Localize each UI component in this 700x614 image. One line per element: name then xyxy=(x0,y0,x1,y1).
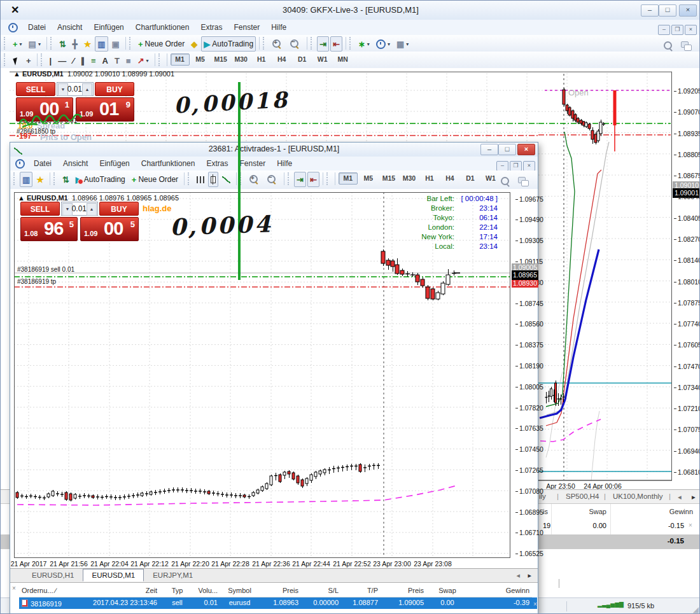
toolbar-grip[interactable] xyxy=(129,37,133,50)
toolbar-grip[interactable] xyxy=(263,37,267,50)
inner-mdi-minimize-icon[interactable]: – xyxy=(496,161,508,171)
autotrading-button[interactable]: ▶AutoTrading xyxy=(201,36,256,52)
timeframe-d1[interactable]: D1 xyxy=(461,172,480,185)
terminal-column-ordernu-[interactable]: Ordernu... ∕ xyxy=(19,585,79,596)
timeframe-m15[interactable]: M15 xyxy=(211,53,230,66)
inner-mdi-restore-icon[interactable]: ❐ xyxy=(510,161,522,171)
terminal-column-typ[interactable]: Typ xyxy=(160,585,195,596)
toolbar-grip[interactable] xyxy=(288,172,291,185)
templates-button[interactable]: ▦▾ xyxy=(394,36,411,52)
toolbar-grip[interactable] xyxy=(4,53,8,66)
timeframe-m1[interactable]: M1 xyxy=(171,53,190,66)
label-button[interactable]: T xyxy=(112,53,122,68)
timeframe-m30[interactable]: M30 xyxy=(232,53,251,66)
outer-menu-item-ansicht[interactable]: Ansicht xyxy=(52,20,88,34)
terminal-column-s-l[interactable]: S/L xyxy=(301,585,341,596)
tab-scroll-left-icon[interactable]: ◂ xyxy=(678,492,682,501)
timeframe-h4[interactable]: H4 xyxy=(272,53,291,66)
chevron-down-icon[interactable]: ▾ xyxy=(38,41,41,47)
close-position-icon[interactable]: × xyxy=(532,601,537,608)
chart-tab-eurusd-m1[interactable]: EURUSD,M1 xyxy=(83,569,144,582)
outer-terminal-header-preis[interactable]: is xyxy=(543,508,548,515)
timeframe-m5[interactable]: M5 xyxy=(359,172,378,185)
navigator-button[interactable]: ★ xyxy=(34,172,46,187)
tab-scroll-right-icon[interactable]: ▸ xyxy=(528,571,531,580)
toolbar-grip[interactable] xyxy=(41,53,45,66)
outer-lot-spinner[interactable]: ▼ 0.01 ▲ xyxy=(57,82,94,96)
autoscroll-button[interactable]: ⇥ xyxy=(294,172,306,187)
inner-sell-button[interactable]: SELL xyxy=(20,202,60,216)
zoom-out-button[interactable] xyxy=(287,36,304,52)
profiles-button[interactable]: ▤▾ xyxy=(26,36,43,52)
timeframe-d1[interactable]: D1 xyxy=(293,53,312,66)
chart-tab-eurjpy-m1[interactable]: EURJPY,M1 xyxy=(144,569,202,582)
outer-sell-button[interactable]: SELL xyxy=(16,82,55,96)
vertical-line-button[interactable]: | xyxy=(47,53,55,68)
autoscroll-button[interactable]: ⇥ xyxy=(317,36,329,52)
timeframe-m5[interactable]: M5 xyxy=(191,53,210,66)
inner-menu-item-einf-gen[interactable]: Einfügen xyxy=(94,157,135,171)
metaeditor-button[interactable]: ◆ xyxy=(188,36,200,52)
toolbar-grip[interactable] xyxy=(4,37,8,50)
shapes-button[interactable]: ■ xyxy=(123,53,134,68)
bars-button[interactable] xyxy=(194,172,207,187)
outer-tab-uk100[interactable]: UK100,Monthly xyxy=(613,492,663,500)
close-position-icon[interactable]: × xyxy=(689,522,692,529)
mdi-minimize-icon[interactable]: – xyxy=(658,25,670,35)
outer-terminal-header-swap[interactable]: Swap xyxy=(573,508,606,515)
timeframe-h1[interactable]: H1 xyxy=(252,53,271,66)
mdi-close-icon[interactable]: × xyxy=(685,25,697,35)
timeframe-m30[interactable]: M30 xyxy=(400,172,419,185)
terminal-column-preis[interactable]: Preis xyxy=(381,585,426,596)
outer-menu-item-extras[interactable]: Extras xyxy=(195,20,228,34)
toolbar-grip[interactable] xyxy=(53,172,57,185)
data-window-button[interactable]: ╋ xyxy=(70,36,80,52)
inner-menu-item-extras[interactable]: Extras xyxy=(200,157,234,171)
cursor-button[interactable] xyxy=(10,53,22,68)
timeframe-m1[interactable]: M1 xyxy=(339,172,358,185)
horizontal-line-button[interactable]: — xyxy=(55,53,69,68)
channel-button[interactable]: ∥ xyxy=(78,53,87,68)
terminal-button[interactable]: ▥ xyxy=(95,36,108,52)
terminal-close-icon[interactable]: × xyxy=(12,585,16,592)
inner-price-axis[interactable]: 1.096751.094901.093051.091151.089301.087… xyxy=(515,189,538,564)
inner-menu-item-ansicht[interactable]: Ansicht xyxy=(57,157,94,171)
chevron-down-icon[interactable]: ▾ xyxy=(406,41,409,47)
terminal-column-symbol[interactable]: Symbol xyxy=(220,585,259,596)
inner-close-button[interactable]: × xyxy=(517,144,535,155)
new-chart-button[interactable]: +▾ xyxy=(10,36,25,52)
inner-sell-price[interactable]: 1.08 96 5 xyxy=(20,217,78,241)
outer-close-button[interactable]: × xyxy=(679,4,697,17)
outer-tab-sp500[interactable]: SP500,H4 xyxy=(566,492,599,500)
inner-mdi-close-icon[interactable]: × xyxy=(523,161,535,171)
inner-menu-item-hilfe[interactable]: Hilfe xyxy=(271,157,298,171)
lot-increase-icon[interactable]: ▲ xyxy=(82,83,92,96)
inner-time-axis[interactable]: 21 Apr 201721 Apr 21:5621 Apr 22:0421 Ap… xyxy=(10,560,538,568)
chart-shift-button[interactable]: ⇤ xyxy=(307,172,319,187)
resize-grip-icon[interactable]: ◢ xyxy=(693,605,699,614)
outer-menu-item-fenster[interactable]: Fenster xyxy=(228,20,266,34)
outer-price-axis[interactable]: 1.092051.090701.089351.088051.086751.085… xyxy=(675,69,700,483)
arrows-button[interactable]: ↗▾ xyxy=(135,53,151,68)
indicators-button[interactable]: ∗▾ xyxy=(356,36,372,52)
zoom-out-button[interactable] xyxy=(264,172,281,187)
toolbar-grip[interactable] xyxy=(349,37,353,50)
crosshair-button[interactable]: + xyxy=(24,53,34,68)
terminal-column-gewinn[interactable]: Gewinn xyxy=(468,585,532,596)
candles-button[interactable] xyxy=(208,172,218,187)
neue-order-button[interactable]: +Neue Order xyxy=(129,172,181,187)
fibonacci-button[interactable]: ≡ xyxy=(88,53,99,68)
outer-maximize-button[interactable]: □ xyxy=(659,4,676,17)
terminal-order-row[interactable]: 381869192017.04.23 23:13:46sell0.01eurus… xyxy=(19,597,537,609)
chart-shift-button[interactable]: ⇤ xyxy=(330,36,342,52)
inner-buy-button[interactable]: BUY xyxy=(99,202,139,216)
terminal-button[interactable]: ▥ xyxy=(20,172,32,187)
outer-menu-item-datei[interactable]: Datei xyxy=(22,20,52,34)
inner-menu-item-chartfunktionen[interactable]: Chartfunktionen xyxy=(136,157,201,171)
timeframe-mn[interactable]: MN xyxy=(333,53,353,66)
outer-terminal-header-gewinn[interactable]: Gewinn xyxy=(637,508,693,515)
search-button[interactable] xyxy=(498,174,514,189)
chevron-down-icon[interactable]: ▾ xyxy=(146,58,149,64)
strategy-tester-button[interactable]: ▣ xyxy=(109,36,122,52)
lot-decrease-icon[interactable]: ▼ xyxy=(62,203,73,216)
